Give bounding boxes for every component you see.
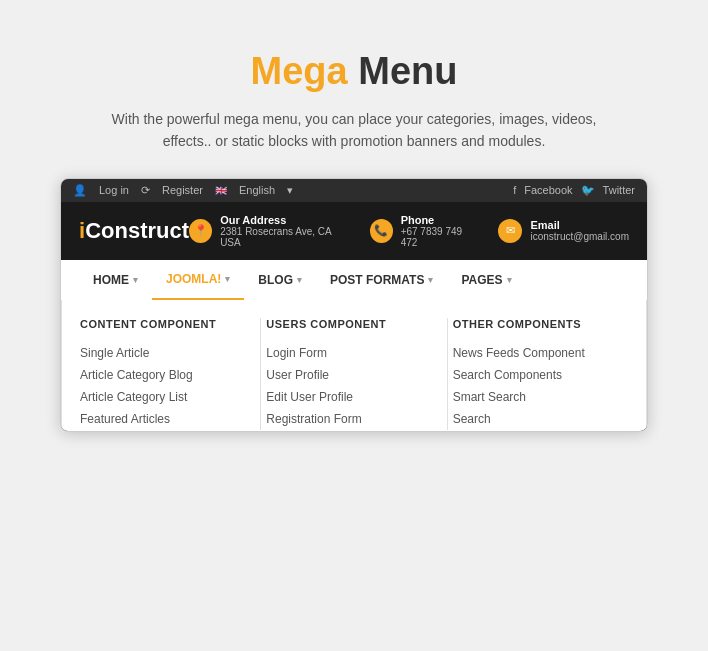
nav-blog-arrow: ▾ bbox=[297, 275, 302, 285]
link-user-profile[interactable]: User Profile bbox=[266, 364, 426, 386]
main-heading: Mega Menu bbox=[60, 50, 648, 93]
browser-mockup: 👤 Log in ⟳ Register 🇬🇧 English ▾ f Faceb… bbox=[60, 178, 648, 432]
header-info: 📍 Our Address 2381 Rosecrans Ave, CA USA… bbox=[189, 214, 629, 248]
email-label: Email bbox=[530, 219, 629, 231]
link-news-feeds[interactable]: News Feeds Component bbox=[453, 342, 613, 364]
title-section: Mega Menu bbox=[60, 30, 648, 108]
top-bar-right: f Facebook 🐦 Twitter bbox=[513, 184, 635, 197]
col-divider-1 bbox=[260, 318, 261, 430]
nav-bar: HOME ▾ JOOMLA! ▾ BLOG ▾ POST FORMATS ▾ P… bbox=[61, 260, 647, 301]
link-search[interactable]: Search bbox=[453, 408, 613, 430]
link-single-article[interactable]: Single Article bbox=[80, 342, 240, 364]
top-bar-left: 👤 Log in ⟳ Register 🇬🇧 English ▾ bbox=[73, 184, 293, 197]
link-search-components[interactable]: Search Components bbox=[453, 364, 613, 386]
link-article-category-blog[interactable]: Article Category Blog bbox=[80, 364, 240, 386]
address-value: 2381 Rosecrans Ave, CA USA bbox=[220, 226, 349, 248]
email-icon: ✉ bbox=[498, 219, 522, 243]
phone-value: +67 7839 749 472 bbox=[401, 226, 479, 248]
nav-pages-arrow: ▾ bbox=[507, 275, 512, 285]
nav-blog[interactable]: BLOG ▾ bbox=[244, 261, 316, 299]
language-arrow: ▾ bbox=[287, 184, 293, 197]
mega-col-other: OTHER COMPONENTS News Feeds Component Se… bbox=[453, 318, 628, 430]
nav-home[interactable]: HOME ▾ bbox=[79, 261, 152, 299]
other-components-header: OTHER COMPONENTS bbox=[453, 318, 613, 330]
nav-joomla-arrow: ▾ bbox=[225, 274, 230, 284]
facebook-link[interactable]: Facebook bbox=[524, 184, 572, 196]
link-registration-form[interactable]: Registration Form bbox=[266, 408, 426, 430]
user-icon: 👤 bbox=[73, 184, 87, 197]
phone-icon: 📞 bbox=[370, 219, 393, 243]
users-component-header: USERS COMPONENT bbox=[266, 318, 426, 330]
flag-icon: 🇬🇧 bbox=[215, 185, 227, 196]
address-label: Our Address bbox=[220, 214, 349, 226]
subtitle-text: With the powerful mega menu, you can pla… bbox=[94, 108, 614, 153]
language-link[interactable]: English bbox=[239, 184, 275, 196]
nav-post-formats-arrow: ▾ bbox=[428, 275, 433, 285]
mega-col-content: CONTENT COMPONENT Single Article Article… bbox=[80, 318, 255, 430]
site-logo: iConstruct bbox=[79, 218, 189, 244]
link-edit-user-profile[interactable]: Edit User Profile bbox=[266, 386, 426, 408]
phone-info: 📞 Phone +67 7839 749 472 bbox=[370, 214, 479, 248]
email-text: Email iconstruct@gmail.com bbox=[530, 219, 629, 242]
mega-col-users: USERS COMPONENT Login Form User Profile … bbox=[266, 318, 441, 430]
mega-menu-dropdown: CONTENT COMPONENT Single Article Article… bbox=[61, 300, 647, 432]
register-icon: ⟳ bbox=[141, 184, 150, 197]
link-featured-articles[interactable]: Featured Articles bbox=[80, 408, 240, 430]
twitter-link[interactable]: Twitter bbox=[603, 184, 635, 196]
page-wrapper: Mega Menu With the powerful mega menu, y… bbox=[20, 20, 688, 462]
heading-mega: Mega bbox=[251, 50, 348, 92]
register-link[interactable]: Register bbox=[162, 184, 203, 196]
login-link[interactable]: Log in bbox=[99, 184, 129, 196]
facebook-icon: f bbox=[513, 184, 516, 196]
phone-label: Phone bbox=[401, 214, 479, 226]
nav-pages[interactable]: PAGES ▾ bbox=[447, 261, 525, 299]
nav-joomla[interactable]: JOOMLA! ▾ bbox=[152, 260, 244, 300]
site-header: iConstruct 📍 Our Address 2381 Rosecrans … bbox=[61, 202, 647, 260]
twitter-icon: 🐦 bbox=[581, 184, 595, 197]
link-article-category-list[interactable]: Article Category List bbox=[80, 386, 240, 408]
content-component-header: CONTENT COMPONENT bbox=[80, 318, 240, 330]
top-bar: 👤 Log in ⟳ Register 🇬🇧 English ▾ f Faceb… bbox=[61, 179, 647, 202]
location-icon: 📍 bbox=[189, 219, 212, 243]
heading-menu: Menu bbox=[348, 50, 458, 92]
address-info: 📍 Our Address 2381 Rosecrans Ave, CA USA bbox=[189, 214, 350, 248]
logo-rest: Construct bbox=[85, 218, 189, 243]
address-text: Our Address 2381 Rosecrans Ave, CA USA bbox=[220, 214, 349, 248]
col-divider-2 bbox=[447, 318, 448, 430]
link-login-form[interactable]: Login Form bbox=[266, 342, 426, 364]
link-smart-search[interactable]: Smart Search bbox=[453, 386, 613, 408]
phone-text: Phone +67 7839 749 472 bbox=[401, 214, 479, 248]
email-value: iconstruct@gmail.com bbox=[530, 231, 629, 242]
nav-home-arrow: ▾ bbox=[133, 275, 138, 285]
nav-post-formats[interactable]: POST FORMATS ▾ bbox=[316, 261, 447, 299]
email-info: ✉ Email iconstruct@gmail.com bbox=[498, 219, 629, 243]
